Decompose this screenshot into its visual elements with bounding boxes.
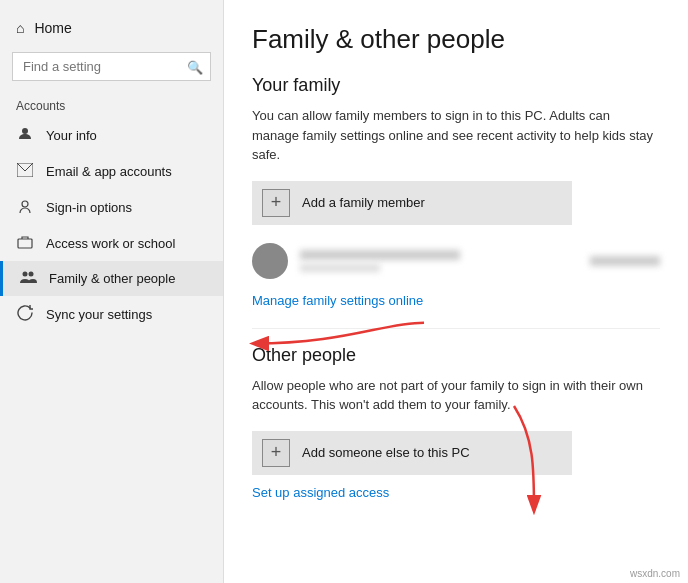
family-icon — [19, 270, 37, 287]
member-action-blurred — [590, 256, 660, 266]
svg-point-5 — [29, 272, 34, 277]
main-content: Family & other people Your family You ca… — [224, 0, 688, 583]
other-people-desc: Allow people who are not part of your fa… — [252, 376, 660, 415]
svg-point-4 — [23, 272, 28, 277]
email-icon — [16, 163, 34, 180]
page-title: Family & other people — [252, 24, 660, 55]
add-family-member-label: Add a family member — [302, 195, 425, 210]
watermark: wsxdn.com — [630, 568, 680, 579]
search-box: 🔍 — [12, 52, 211, 81]
section-divider — [252, 328, 660, 329]
sidebar-item-label-sync: Sync your settings — [46, 307, 152, 322]
sidebar-section-label: Accounts — [0, 89, 223, 117]
sidebar-home-button[interactable]: ⌂ Home — [0, 12, 223, 44]
sidebar-item-sync[interactable]: Sync your settings — [0, 296, 223, 333]
member-name-blurred — [300, 250, 460, 260]
sidebar-item-your-info[interactable]: Your info — [0, 117, 223, 154]
search-icon: 🔍 — [187, 59, 203, 74]
add-family-plus-icon: + — [262, 189, 290, 217]
sidebar-item-email-app[interactable]: Email & app accounts — [0, 154, 223, 189]
add-someone-plus-icon: + — [262, 439, 290, 467]
svg-rect-3 — [18, 239, 32, 248]
member-info — [300, 250, 578, 272]
your-family-desc: You can allow family members to sign in … — [252, 106, 660, 165]
other-people-title: Other people — [252, 345, 660, 366]
home-icon: ⌂ — [16, 20, 24, 36]
family-member-row — [252, 235, 660, 287]
sidebar-item-label-signin: Sign-in options — [46, 200, 132, 215]
assigned-access-link[interactable]: Set up assigned access — [252, 485, 660, 500]
sidebar-item-family[interactable]: Family & other people — [0, 261, 223, 296]
svg-point-2 — [22, 201, 28, 207]
sync-icon — [16, 305, 34, 324]
avatar — [252, 243, 288, 279]
add-someone-label: Add someone else to this PC — [302, 445, 470, 460]
your-family-title: Your family — [252, 75, 660, 96]
sidebar-item-sign-in[interactable]: Sign-in options — [0, 189, 223, 226]
member-role-blurred — [300, 264, 380, 272]
sidebar-item-label-your-info: Your info — [46, 128, 97, 143]
sidebar: ⌂ Home 🔍 Accounts Your info Email & app … — [0, 0, 224, 583]
sidebar-item-label-family: Family & other people — [49, 271, 175, 286]
sidebar-item-label-email: Email & app accounts — [46, 164, 172, 179]
signin-icon — [16, 198, 34, 217]
home-label: Home — [34, 20, 71, 36]
sidebar-item-access-work[interactable]: Access work or school — [0, 226, 223, 261]
svg-point-0 — [22, 128, 28, 134]
search-input[interactable] — [12, 52, 211, 81]
add-family-member-button[interactable]: + Add a family member — [252, 181, 572, 225]
manage-family-link[interactable]: Manage family settings online — [252, 293, 660, 308]
add-someone-button[interactable]: + Add someone else to this PC — [252, 431, 572, 475]
your-info-icon — [16, 126, 34, 145]
sidebar-item-label-work: Access work or school — [46, 236, 175, 251]
work-icon — [16, 235, 34, 252]
